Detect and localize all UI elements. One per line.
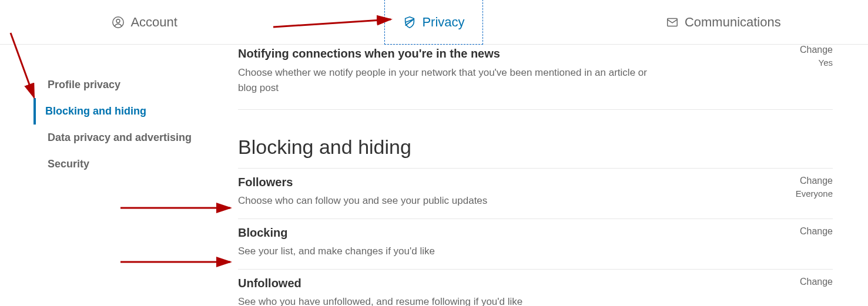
setting-news-mentions[interactable]: Notifying connections when you're in the… (238, 45, 833, 110)
setting-description: See your list, and make changes if you'd… (238, 246, 435, 257)
section-title: Blocking and hiding (238, 136, 833, 159)
tab-privacy-label: Privacy (422, 15, 464, 30)
setting-title: Blocking (238, 226, 435, 240)
setting-description: See who you have unfollowed, and resume … (238, 296, 522, 306)
sidebar-item-label: Profile privacy (48, 79, 120, 90)
change-link[interactable]: Change (774, 176, 833, 186)
sidebar-item-security[interactable]: Security (33, 151, 238, 177)
sidebar-item-label: Security (48, 158, 89, 170)
change-link[interactable]: Change (774, 226, 833, 237)
top-nav: Account Privacy Communications (0, 0, 868, 45)
tab-privacy[interactable]: Privacy (289, 0, 578, 44)
change-link[interactable]: Change (774, 277, 833, 287)
setting-description: Choose who can follow you and see your p… (238, 195, 487, 207)
setting-followers[interactable]: Followers Choose who can follow you and … (238, 168, 833, 218)
setting-value: Yes (786, 58, 833, 68)
setting-title: Notifying connections when you're in the… (238, 47, 661, 60)
mail-icon (666, 16, 679, 29)
tab-account-label: Account (130, 15, 177, 30)
sidebar-item-label: Blocking and hiding (45, 105, 146, 117)
tab-communications-label: Communications (685, 15, 781, 30)
change-link[interactable]: Change (786, 45, 833, 55)
sidebar-item-label: Data privacy and advertising (48, 132, 192, 143)
setting-value: Everyone (774, 189, 833, 199)
setting-unfollowed[interactable]: Unfollowed See who you have unfollowed, … (238, 269, 833, 306)
tab-communications[interactable]: Communications (579, 0, 868, 44)
sidebar-item-profile-privacy[interactable]: Profile privacy (33, 72, 238, 98)
tab-account[interactable]: Account (0, 0, 289, 44)
setting-title: Followers (238, 176, 487, 189)
svg-rect-2 (668, 18, 678, 26)
sidebar-item-data-privacy-advertising[interactable]: Data privacy and advertising (33, 125, 238, 151)
sidebar-item-blocking-hiding[interactable]: Blocking and hiding (33, 98, 238, 125)
account-icon (112, 16, 125, 29)
shield-icon (403, 16, 416, 29)
setting-description: Choose whether we notify people in your … (238, 65, 661, 95)
setting-title: Unfollowed (238, 277, 522, 290)
setting-blocking[interactable]: Blocking See your list, and make changes… (238, 218, 833, 269)
main-content: Notifying connections when you're in the… (238, 45, 868, 306)
svg-point-1 (116, 19, 120, 22)
sidebar: Profile privacy Blocking and hiding Data… (0, 45, 238, 306)
